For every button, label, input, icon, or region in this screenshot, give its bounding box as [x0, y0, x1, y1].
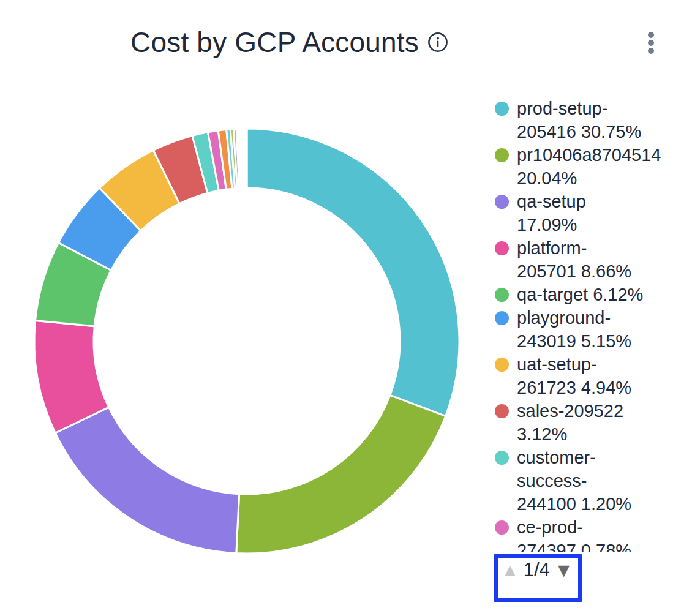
- legend-swatch-icon: [495, 288, 509, 302]
- legend-label: sales-209522 3.12%: [517, 399, 623, 446]
- legend-label: uat-setup- 261723 4.94%: [517, 353, 631, 399]
- legend-item[interactable]: qa-setup 17.09%: [495, 190, 692, 236]
- legend-item[interactable]: sales-209522 3.12%: [495, 399, 692, 446]
- page-down-icon[interactable]: ▼: [554, 560, 574, 580]
- legend-item[interactable]: platform- 205701 8.66%: [495, 236, 692, 283]
- legend-item[interactable]: prod-setup- 205416 30.75%: [495, 97, 692, 143]
- donut-slice-prod-setup-205416[interactable]: [247, 129, 459, 416]
- legend-label: playground- 243019 5.15%: [517, 306, 631, 353]
- legend-label: qa-target 6.12%: [517, 283, 643, 306]
- legend-item[interactable]: playground- 243019 5.15%: [495, 306, 692, 353]
- legend-label: prod-setup- 205416 30.75%: [517, 97, 641, 143]
- legend-label: ce-prod- 274397 0.78%: [517, 516, 631, 552]
- legend-swatch-icon: [495, 148, 509, 162]
- legend-item[interactable]: pr10406a8704514 20.04%: [495, 143, 692, 190]
- page-up-icon[interactable]: ▲: [501, 561, 519, 579]
- legend-swatch-icon: [495, 404, 509, 418]
- legend-swatch-icon: [495, 520, 509, 535]
- legend-swatch-icon: [495, 311, 509, 325]
- legend-swatch-icon: [495, 241, 509, 255]
- focus-highlight-box: ▲ 1/4 ▼: [494, 554, 582, 602]
- page-indicator: 1/4: [524, 559, 550, 581]
- donut-slice-unlabeled-rest[interactable]: [238, 129, 247, 188]
- chart-legend: prod-setup- 205416 30.75%pr10406a8704514…: [495, 97, 692, 552]
- legend-swatch-icon: [495, 358, 509, 372]
- donut-slice-pr10406a8704514[interactable]: [236, 395, 446, 554]
- legend-item[interactable]: qa-target 6.12%: [495, 283, 692, 306]
- donut-slice-qa-setup[interactable]: [55, 407, 239, 553]
- legend-label: qa-setup 17.09%: [517, 190, 586, 236]
- legend-item[interactable]: ce-prod- 274397 0.78%: [495, 516, 692, 552]
- legend-swatch-icon: [495, 102, 509, 116]
- legend-label: customer- success- 244100 1.20%: [517, 446, 631, 516]
- legend-swatch-icon: [495, 195, 509, 209]
- legend-label: pr10406a8704514 20.04%: [517, 143, 661, 190]
- legend-item[interactable]: customer- success- 244100 1.20%: [495, 446, 692, 516]
- legend-pagination: ▲ 1/4 ▼: [498, 558, 578, 581]
- legend-swatch-icon: [495, 451, 509, 465]
- legend-item[interactable]: uat-setup- 261723 4.94%: [495, 353, 692, 399]
- legend-label: platform- 205701 8.66%: [517, 236, 631, 283]
